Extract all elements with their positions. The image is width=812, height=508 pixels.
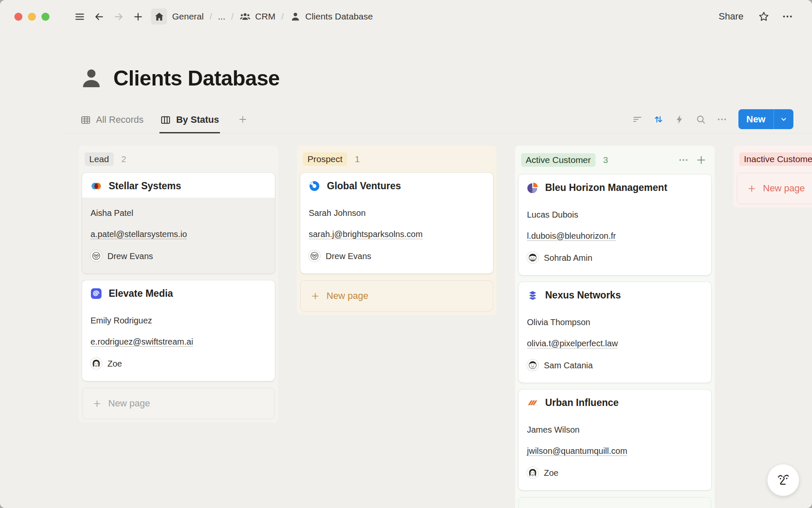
venn-circles-logo <box>91 180 102 192</box>
breadcrumb-collapsed[interactable]: ... <box>214 9 229 24</box>
contact-email-row: l.dubois@bleuhorizon.fr <box>527 231 703 241</box>
company-name: Nexus Networks <box>545 290 621 301</box>
owner-name: Zoe <box>107 359 122 369</box>
new-tab-icon[interactable] <box>130 8 146 25</box>
card-stellar-systems[interactable]: Stellar Systems Aisha Patel a.patel@stel… <box>82 173 275 273</box>
page-title: Clients Database <box>113 66 280 91</box>
kanban-board: Lead 2 Stellar Systems Aisha Patel a.pat… <box>0 134 812 508</box>
breadcrumb-separator: / <box>209 12 213 22</box>
board-column-prospect: Prospect 1 Global Ventures Sarah Johnson… <box>297 146 497 315</box>
card-title-row: Global Ventures <box>300 173 493 198</box>
column-header: Lead 2 <box>82 149 275 173</box>
contact-email-row: e.rodriguez@swiftstream.ai <box>91 337 266 347</box>
table-icon <box>80 115 91 125</box>
company-name: Stellar Systems <box>109 180 181 192</box>
card-properties: Sarah Johnson sarah.j@brightsparksolns.c… <box>300 198 493 273</box>
close-window-button[interactable] <box>14 13 22 21</box>
contact-email-link[interactable]: jwilson@quantumquill.com <box>527 446 627 456</box>
new-page-button-active-customer[interactable]: New page <box>518 497 711 508</box>
automation-lightning-icon[interactable] <box>671 110 689 128</box>
sort-icon[interactable] <box>650 110 667 128</box>
breadcrumb-crm[interactable]: CRM <box>236 9 279 25</box>
tab-all-records[interactable]: All Records <box>80 114 144 133</box>
column-count: 1 <box>355 154 360 164</box>
topbar-actions: Share <box>716 11 793 22</box>
card-nexus-networks[interactable]: Nexus Networks Olivia Thompson olivia.t@… <box>518 282 711 383</box>
person-icon <box>290 11 301 22</box>
pie-quarters-logo <box>527 182 538 193</box>
contact-email-link[interactable]: l.dubois@bleuhorizon.fr <box>527 231 616 240</box>
owner-row: Zoe <box>91 358 266 369</box>
card-elevate-media[interactable]: Elevate Media Emily Rodriguez e.rodrigue… <box>82 280 275 381</box>
contact-email-link[interactable]: olivia.t@pixelperfect.law <box>527 339 618 348</box>
board-column-active-customer: Active Customer 3 Bleu Hor <box>515 146 715 508</box>
share-button[interactable]: Share <box>716 11 746 22</box>
owner-row: Sohrab Amin <box>527 252 703 263</box>
company-name: Elevate Media <box>109 288 173 299</box>
card-title-row: Urban Influence <box>518 389 711 414</box>
owner-name: Zoe <box>544 468 558 478</box>
card-title-row: Stellar Systems <box>82 173 275 198</box>
plus-icon <box>747 184 757 193</box>
assistant-face-button[interactable] <box>767 464 799 496</box>
card-urban-influence[interactable]: Urban Influence James Wilson jwilson@qua… <box>518 389 711 490</box>
page-person-icon <box>80 66 103 90</box>
team-icon <box>239 11 251 22</box>
contact-email-link[interactable]: e.rodriguez@swiftstream.ai <box>91 337 193 346</box>
new-record-button[interactable]: New <box>738 109 793 129</box>
status-badge-lead[interactable]: Lead <box>85 152 114 166</box>
board-column-inactive-customer: Inactive Customer New page <box>733 146 812 207</box>
company-name: Urban Influence <box>545 397 619 409</box>
zoom-window-button[interactable] <box>41 13 49 21</box>
contact-name: Olivia Thompson <box>527 317 703 327</box>
favorite-star-icon[interactable] <box>758 11 770 22</box>
owner-name: Sam Catania <box>544 360 593 370</box>
status-badge-inactive-customer[interactable]: Inactive Customer <box>739 152 812 166</box>
tab-by-status[interactable]: By Status <box>159 114 219 133</box>
owner-row: Drew Evans <box>309 250 485 262</box>
new-dropdown-chevron-icon[interactable] <box>774 109 793 129</box>
card-bleu-horizon-management[interactable]: Bleu Horizon Management Lucas Dubois l.d… <box>518 174 711 275</box>
new-page-button-inactive-customer[interactable]: New page <box>737 173 812 204</box>
card-properties: Aisha Patel a.patel@stellarsystems.io Dr… <box>82 198 275 273</box>
filter-icon[interactable] <box>628 110 646 128</box>
more-options-icon[interactable] <box>782 11 793 22</box>
column-count: 3 <box>603 155 608 165</box>
card-global-ventures[interactable]: Global Ventures Sarah Johnson sarah.j@br… <box>300 173 493 273</box>
breadcrumb-general[interactable]: General <box>169 9 207 24</box>
contact-name: Emily Rodriguez <box>91 315 266 326</box>
breadcrumb-separator: / <box>230 12 235 22</box>
new-page-label: New page <box>326 290 368 301</box>
view-tabs: All Records By Status <box>80 114 250 133</box>
contact-email-link[interactable]: a.patel@stellarsystems.io <box>91 229 187 239</box>
new-page-button-prospect[interactable]: New page <box>300 280 493 312</box>
hamburger-menu-icon[interactable] <box>71 8 88 25</box>
new-button-label[interactable]: New <box>738 109 774 129</box>
add-view-icon[interactable] <box>235 114 250 133</box>
owner-row: Zoe <box>527 467 703 478</box>
new-page-button-lead[interactable]: New page <box>82 388 275 419</box>
home-icon[interactable] <box>151 8 167 25</box>
column-add-icon[interactable] <box>694 152 709 168</box>
plus-icon <box>310 291 320 301</box>
company-name: Bleu Horizon Management <box>545 182 667 193</box>
avatar-drew-evans <box>91 250 102 262</box>
status-badge-prospect[interactable]: Prospect <box>303 152 347 166</box>
card-properties: James Wilson jwilson@quantumquill.com Zo… <box>518 414 711 490</box>
contact-name: Aisha Patel <box>91 208 266 218</box>
back-icon[interactable] <box>91 8 107 25</box>
column-more-icon[interactable] <box>676 152 691 168</box>
view-settings-ellipsis-icon[interactable] <box>713 110 731 128</box>
page-header: Clients Database <box>80 66 812 91</box>
avatar-zoe <box>91 358 102 369</box>
forward-icon[interactable] <box>110 8 126 25</box>
avatar-zoe <box>527 467 538 478</box>
breadcrumb-clients-database[interactable]: Clients Database <box>286 9 376 25</box>
new-page-label: New page <box>108 398 150 409</box>
minimize-window-button[interactable] <box>28 13 36 21</box>
contact-email-link[interactable]: sarah.j@brightsparksolns.com <box>309 229 422 239</box>
contact-name: Lucas Dubois <box>527 210 703 220</box>
search-icon[interactable] <box>692 110 710 128</box>
status-badge-active-customer[interactable]: Active Customer <box>521 153 595 167</box>
app-window: General / ... / CRM / Clients Databa <box>0 0 812 508</box>
